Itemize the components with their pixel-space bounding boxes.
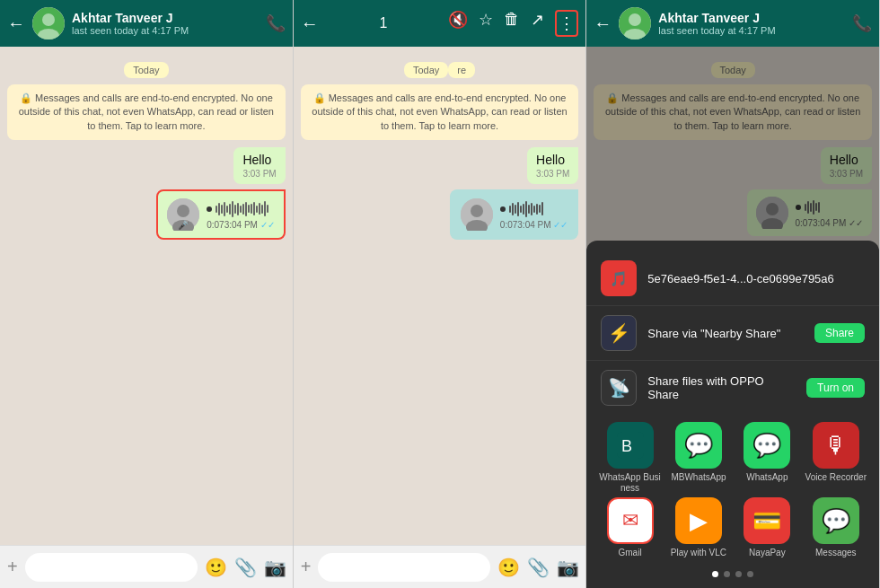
call-icon-1[interactable]: 📞 (266, 13, 286, 33)
voice-avatar-3 (756, 197, 788, 229)
header-info-1: Akhtar Tanveer J last seen today at 4:17… (72, 11, 259, 36)
voice-meta-1: 0:07 3:04 PM ✓✓ (207, 220, 275, 230)
msg-text-hello-3: Hello (830, 153, 863, 167)
whatsapp-icon: 💬 (744, 422, 790, 469)
message-hello-3: Hello 3:03 PM (594, 147, 872, 184)
panel-1: ← Akhtar Tanveer J last seen today at 4:… (0, 0, 294, 588)
dot-2 (724, 571, 730, 577)
msg-meta-hello-1: 3:03 PM (242, 169, 276, 179)
share-app-nayapay[interactable]: 💳 NayaPay (735, 497, 799, 558)
back-button-2[interactable]: ← (301, 13, 319, 34)
header-icons-3: 📞 (852, 13, 872, 33)
share-apps-grid: B WhatsApp Busi ness 💬 MBWhatsApp 💬 What… (586, 415, 879, 566)
forward-icon[interactable]: ↗ (531, 10, 544, 37)
svg-point-1 (42, 13, 55, 26)
voice-meta-2: 0:07 3:04 PM ✓✓ (500, 220, 568, 230)
share-app-gmail[interactable]: ✉ Gmail (597, 497, 662, 558)
share-app-whatsapp[interactable]: 💬 WhatsApp (735, 422, 799, 494)
message-input-1[interactable] (25, 553, 198, 582)
attachment-icon-2[interactable]: 📎 (527, 557, 550, 578)
share-app-mbwhatsapp[interactable]: 💬 MBWhatsApp (666, 422, 731, 494)
msg-text-hello-1: Hello (242, 153, 276, 167)
encrypted-notice-2: 🔒 Messages and calls are end-to-end encr… (301, 84, 579, 140)
voice-recorder-label: Voice Recorder (805, 472, 867, 483)
chat-body-1: Today 🔒 Messages and calls are end-to-en… (0, 47, 293, 545)
voice-avatar-1: 🎤 (167, 198, 199, 231)
chat-header-2: ← 1 🔇 ☆ 🗑 ↗ ⋮ (294, 0, 586, 47)
whatsapp-business-label: WhatsApp Busi ness (597, 472, 662, 494)
voice-content-2: 0:07 3:04 PM ✓✓ (500, 200, 568, 230)
file-icon: 🎵 (601, 260, 637, 296)
mbwhatsapp-label: MBWhatsApp (671, 472, 726, 483)
share-app-voice-recorder[interactable]: 🎙 Voice Recorder (804, 422, 868, 494)
oppo-share-icon: 📡 (601, 370, 637, 406)
oppo-share-label: Share files with OPPO Share (647, 374, 796, 401)
emoji-icon-2[interactable]: 🙂 (497, 557, 520, 578)
share-file-row: 🎵 5e76eae9-f5e1-4...0-ce0699e795a6 (586, 251, 879, 306)
voice-duration-1: 0:07 (207, 220, 224, 230)
encrypted-notice-1: 🔒 Messages and calls are end-to-end encr… (7, 84, 286, 140)
more-options-icon[interactable]: ⋮ (555, 10, 578, 37)
chat-bottom-1: + 🙂 📎 📷 🎤 (0, 545, 293, 588)
back-button-3[interactable]: ← (594, 13, 612, 34)
date-divider-2: Todayre (301, 61, 579, 77)
gmail-icon: ✉ (607, 497, 654, 544)
dot-1 (712, 571, 718, 577)
voice-message-row-1[interactable]: 🎤 (7, 189, 286, 240)
add-button-2[interactable]: + (301, 557, 312, 577)
share-pagination-dots (586, 566, 879, 581)
nearby-share-btn[interactable]: Share (814, 323, 865, 343)
messages-label: Messages (815, 548, 857, 558)
back-button-1[interactable]: ← (7, 13, 25, 34)
waveform-2 (500, 200, 568, 218)
share-app-whatsapp-business[interactable]: B WhatsApp Busi ness (597, 422, 662, 494)
voice-message-row-2[interactable]: 0:07 3:04 PM ✓✓ (301, 189, 579, 240)
share-app-vlc[interactable]: ▶ Play with VLC (666, 497, 731, 558)
attachment-icon-1[interactable]: 📎 (234, 557, 257, 578)
chat-header-3: ← Akhtar Tanveer J last seen today at 4:… (586, 0, 879, 47)
nearby-share-label: Share via "Nearby Share" (647, 327, 804, 340)
oppo-share-btn[interactable]: Turn on (806, 378, 865, 398)
voice-content-1: 0:07 3:04 PM ✓✓ (207, 200, 275, 230)
messages-icon: 💬 (813, 497, 859, 544)
voice-bubble-1[interactable]: 🎤 (156, 189, 286, 240)
whatsapp-label: WhatsApp (746, 472, 788, 483)
bubble-hello-1: Hello 3:03 PM (233, 147, 285, 184)
avatar-1 (32, 7, 65, 39)
panel2-header-icons: 🔇 ☆ 🗑 ↗ ⋮ (448, 10, 578, 37)
delete-icon[interactable]: 🗑 (504, 10, 520, 37)
voice-content-3: 0:07 3:04 PM ✓✓ (796, 198, 864, 228)
date-divider-3: Today (594, 61, 872, 77)
voice-bubble-2-selected[interactable]: 0:07 3:04 PM ✓✓ (450, 189, 579, 240)
camera-icon-2[interactable]: 📷 (557, 557, 579, 578)
camera-icon-1[interactable]: 📷 (264, 557, 286, 578)
voice-duration-2: 0:07 (500, 220, 517, 230)
message-hello-1: Hello 3:03 PM (7, 147, 286, 184)
nayapay-icon: 💳 (744, 497, 790, 544)
vlc-icon: ▶ (675, 497, 722, 544)
chat-bottom-2: + 🙂 📎 📷 🎤 (294, 545, 586, 588)
message-input-2[interactable] (318, 553, 490, 582)
encrypted-notice-3: 🔒 Messages and calls are end-to-end encr… (594, 84, 872, 140)
voice-time-2: 3:04 PM ✓✓ (517, 220, 568, 230)
selection-count: 1 (328, 15, 440, 31)
svg-point-13 (766, 203, 779, 215)
chat-header-1: ← Akhtar Tanveer J last seen today at 4:… (0, 0, 293, 47)
panel-2: ← 1 🔇 ☆ 🗑 ↗ ⋮ Todayre 🔒 Messages and cal… (294, 0, 587, 588)
svg-point-4 (177, 205, 189, 217)
waveform-1 (207, 200, 275, 218)
emoji-icon-1[interactable]: 🙂 (205, 557, 227, 578)
share-app-messages[interactable]: 💬 Messages (804, 497, 868, 558)
mbwhatsapp-icon: 💬 (675, 422, 722, 469)
nearby-share-icon: ⚡ (601, 315, 637, 351)
file-name: 5e76eae9-f5e1-4...0-ce0699e795a6 (647, 272, 865, 285)
mute-icon[interactable]: 🔇 (448, 10, 468, 37)
msg-meta-hello-2: 3:03 PM (536, 169, 569, 179)
message-hello-2: Hello 3:03 PM (301, 147, 579, 184)
gmail-label: Gmail (618, 548, 641, 558)
add-button-1[interactable]: + (7, 557, 18, 577)
voice-bubble-3: 0:07 3:04 PM ✓✓ (747, 189, 873, 236)
star-icon[interactable]: ☆ (479, 10, 493, 37)
share-sheet: 🎵 5e76eae9-f5e1-4...0-ce0699e795a6 ⚡ Sha… (586, 241, 879, 588)
call-icon-3[interactable]: 📞 (852, 13, 872, 33)
